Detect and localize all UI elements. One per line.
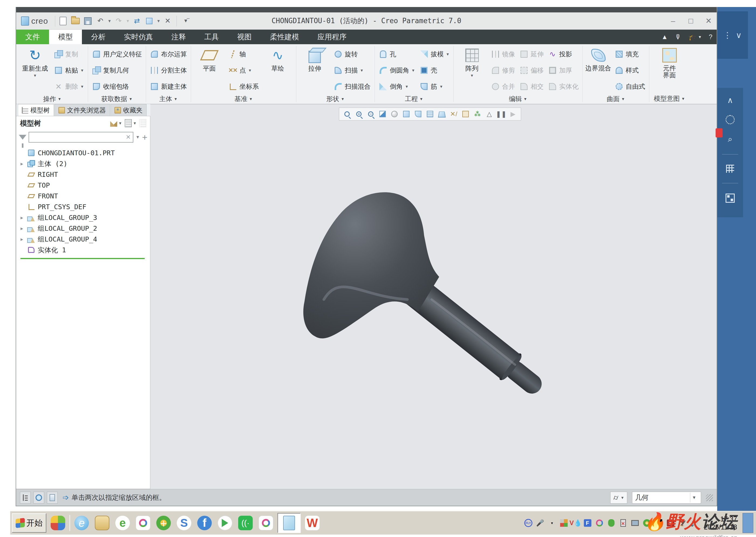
quicklaunch-loops-app-2[interactable] (257, 514, 275, 532)
colorful-grid-icon[interactable] (560, 519, 568, 527)
extrude-button[interactable]: 拉伸 (299, 46, 330, 72)
chevron-up-icon[interactable]: ∧ (727, 96, 733, 105)
quicklaunch-video-play-app[interactable] (216, 514, 234, 532)
style-button[interactable]: 样式 (614, 62, 646, 78)
help-icon[interactable]: ? (709, 33, 712, 41)
grid-icon[interactable] (726, 165, 734, 173)
tree-item-top-plane[interactable]: TOP (19, 180, 149, 190)
intersect-button[interactable]: 相交 (518, 79, 545, 94)
tree-item-bodies[interactable]: ▶ 主体 (2) (19, 158, 149, 169)
insert-here-indicator[interactable] (20, 258, 145, 259)
hole-button[interactable]: 孔 (377, 46, 416, 62)
pattern-button[interactable]: 阵列 ▼ (456, 46, 488, 78)
tab-tools[interactable]: 工具 (195, 30, 228, 44)
quicklaunch-media-flower[interactable] (49, 514, 67, 532)
appearance-button[interactable] (389, 109, 399, 119)
offset-button[interactable]: 偏移 (518, 62, 545, 78)
tree-item-group4[interactable]: ▶ 组LOCAL_GROUP_4 (19, 234, 149, 244)
group-caption-operations[interactable]: 操作▼ (19, 94, 85, 103)
save-button[interactable] (82, 15, 94, 27)
active-task-creo[interactable] (278, 513, 301, 533)
group-caption-edit[interactable]: 编辑▼ (456, 94, 580, 103)
zoom-in-button[interactable]: + (354, 109, 364, 119)
tree-search-button[interactable] (139, 119, 146, 127)
project-button[interactable]: ∿ 投影 (547, 46, 580, 62)
customize-quick-access-button[interactable]: ▼̅ (180, 15, 191, 27)
tree-tools-button[interactable]: ▼ (110, 120, 122, 127)
datum-plane-button[interactable]: 平面 (194, 46, 225, 72)
tray-expand-arrow[interactable]: ▾ (548, 519, 556, 527)
freestyle-button[interactable]: 自由式 (614, 79, 646, 94)
sweep-button[interactable]: 扫描▼ (332, 62, 372, 78)
tab-favorites[interactable]: 收藏夹 (110, 104, 147, 116)
v-teardrop-icon[interactable]: V💧 (571, 519, 580, 527)
sidebar-top-box[interactable]: ⋮ ∨ (717, 11, 748, 59)
learning-center-icon[interactable]: 🎓▼ (688, 33, 702, 41)
pause-button[interactable]: ❚❚ (496, 109, 506, 119)
filter-add-button[interactable]: + (142, 133, 147, 142)
tab-live-simulation[interactable]: 实时仿真 (115, 30, 162, 44)
expand-arrow-icon[interactable]: ▶ (19, 215, 25, 220)
quicklaunch-green-plus-app[interactable]: ＋ (155, 514, 172, 532)
display-style-button[interactable] (401, 109, 411, 119)
redo-button[interactable]: ↷ (113, 15, 124, 27)
group-caption-get-data[interactable]: 获取数据▼ (91, 94, 143, 103)
close-panel-button[interactable] (47, 492, 57, 504)
quicklaunch-loops-app[interactable] (134, 514, 152, 532)
start-button[interactable]: 开始 (12, 513, 46, 533)
component-interface-button[interactable]: 元件界面 (652, 46, 687, 79)
merge-button[interactable]: 合并 (490, 79, 516, 94)
new-body-button[interactable]: 新建主体 (149, 79, 188, 94)
chamfer-button[interactable]: 倒角▼ (377, 79, 416, 94)
pattern-dropdown[interactable]: ▼ (470, 73, 474, 78)
tab-annotate[interactable]: 注释 (162, 30, 195, 44)
window-switch-button[interactable] (144, 15, 155, 27)
quicklaunch-internet-explorer[interactable]: e (73, 514, 91, 532)
resume-button[interactable]: ▶ (508, 109, 518, 119)
repaint-button[interactable] (377, 109, 388, 119)
minimize-button[interactable]: – (668, 16, 678, 26)
voice-command-icon[interactable]: 🎙 (675, 33, 681, 41)
shrinkwrap-button[interactable]: 收缩包络 (91, 79, 143, 94)
group-caption-model-intent[interactable]: 模型意图▼ (652, 94, 687, 103)
regenerate-dropdown[interactable]: ▼ (33, 73, 37, 78)
filter-dropdown[interactable]: ▼ (135, 135, 140, 140)
mirror-button[interactable]: 镜像 (490, 46, 516, 62)
datum-point-button[interactable]: ✕✕ 点▼ (227, 62, 260, 78)
tree-item-group3[interactable]: ▶ 组LOCAL_GROUP_3 (19, 212, 149, 223)
tree-settings-button[interactable]: ▼ (125, 119, 136, 127)
quicklaunch-green-e-browser[interactable]: e (114, 514, 132, 532)
battery-x-icon[interactable]: ✕ (619, 519, 627, 527)
group-caption-surfaces[interactable]: 曲面▼ (586, 94, 646, 103)
quicklaunch-blue-f-app[interactable]: f (196, 514, 213, 532)
maximize-button[interactable]: □ (685, 16, 696, 26)
tab-model-tree[interactable]: 模型树 (18, 104, 54, 116)
extend-button[interactable]: 延伸 (518, 46, 545, 62)
boolean-button[interactable]: 布尔运算 (149, 46, 188, 62)
new-file-button[interactable] (57, 15, 69, 27)
redo-dropdown[interactable]: ▼ (125, 19, 130, 23)
selection-filter-select[interactable]: 几何 ▼ (632, 492, 701, 504)
zoom-out-button[interactable]: − (365, 109, 376, 119)
tab-model[interactable]: 模型 (49, 30, 82, 44)
tree-item-front-plane[interactable]: FRONT (19, 190, 149, 201)
refit-button[interactable] (342, 109, 352, 119)
group-caption-datum[interactable]: 基准▼ (194, 94, 293, 103)
tree-item-csys[interactable]: PRT_CSYS_DEF (19, 201, 149, 212)
graphics-viewport[interactable]: + − ✕/ ⁂ △ ❚❚ ▶ (150, 104, 717, 489)
close-window-button[interactable]: ✕ (162, 15, 173, 27)
tree-item-right-plane[interactable]: RIGHT (19, 169, 149, 180)
tree-item-solidify[interactable]: 实体化 1 (19, 244, 149, 255)
blue-f-tray-icon[interactable]: F (583, 519, 592, 527)
loops-tray-icon[interactable] (595, 519, 604, 527)
tab-flexible-modeling[interactable]: 柔性建模 (261, 30, 308, 44)
regenerate-list-button[interactable]: ⇄ (131, 15, 142, 27)
group-caption-engineering[interactable]: 工程▼ (377, 94, 451, 103)
geometry-check-button[interactable]: △ (484, 109, 494, 119)
qr-code-icon[interactable] (726, 193, 735, 203)
udf-button[interactable]: 用户定义特征 (91, 46, 143, 62)
filter-clear-icon[interactable]: ✕ (126, 134, 131, 141)
tab-folder-browser[interactable]: 文件夹浏览器 (55, 104, 110, 116)
revolve-button[interactable]: 旋转 (332, 46, 372, 62)
swept-blend-button[interactable]: 扫描混合 (332, 79, 372, 94)
